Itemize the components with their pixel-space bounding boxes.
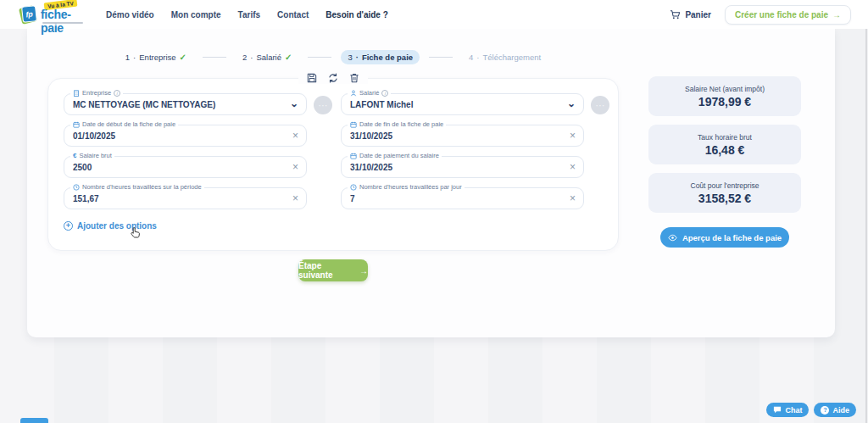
next-step-label: Étape suivante [298,261,355,280]
info-icon[interactable]: i [114,90,120,97]
scrollbar-track[interactable] [865,0,867,423]
person-icon [350,90,357,97]
cart-icon [670,9,681,20]
entreprise-value[interactable]: MC NETTOYAGE (MC NETTOYAGE) [73,100,215,109]
field-label: Date de début de la fiche de paie [70,120,178,128]
step-separator [429,57,453,58]
step-entreprise[interactable]: 1 · Entreprise ✓ [119,50,193,64]
nav-mon-compte[interactable]: Mon compte [171,10,221,19]
net-salary-label: Salaire Net (avant impôt) [685,85,765,93]
cart-button[interactable]: Panier [670,9,711,20]
field-label: Nombre d'heures travaillées par jour [348,183,465,191]
nav-tarifs[interactable]: Tarifs [238,10,261,19]
nav-contact[interactable]: Contact [277,10,309,19]
date-debut-value[interactable]: 01/10/2025 [73,131,115,141]
salarie-value[interactable]: LAFONT Michel [350,100,413,109]
chevron-down-icon[interactable]: ⌄ [567,98,576,109]
add-options-label: Ajouter des options [77,221,157,231]
step-dot: · [250,53,253,62]
check-icon: ✓ [285,53,292,62]
help-button[interactable]: ? Aide [814,403,856,417]
heures-periode-value[interactable]: 151,67 [73,194,99,203]
bottom-left-widget-tab[interactable] [20,418,48,423]
step-dot: · [476,53,479,62]
step-fiche-de-paie[interactable]: 3 · Fiche de paie [341,50,420,64]
payslip-form-card: Entreprise i MC NETTOYAGE (MC NETTOYAGE)… [47,78,619,251]
entreprise-select[interactable]: Entreprise i MC NETTOYAGE (MC NETTOYAGE)… [64,93,307,115]
logo-tagline-bar [42,22,83,24]
clear-icon[interactable]: × [292,131,298,141]
create-payslip-button[interactable]: Créer une fiche de paie → [725,5,851,25]
logo-mark: fp [21,5,37,23]
add-options-link[interactable]: + Ajouter des options [64,221,157,231]
clear-icon[interactable]: × [570,162,576,172]
step-telechargement[interactable]: 4 · Téléchargement [462,50,548,64]
mouse-cursor [131,226,141,238]
hourly-rate-value: 16,48 € [705,143,745,157]
step-dot: · [133,53,136,62]
calendar-icon [73,121,80,128]
plus-circle-icon: + [64,221,73,231]
employer-cost-value: 3158,52 € [698,192,751,205]
step-label: Téléchargement [483,53,542,62]
date-fin-field[interactable]: Date de fin de la fiche de paie 31/10/20… [341,125,584,147]
hourly-rate-card: Taux horaire brut 16,48 € [648,125,801,164]
calendar-icon [350,153,357,159]
salarie-select[interactable]: Salarié i LAFONT Michel ⌄ ⋯ [341,93,584,115]
date-paiement-value[interactable]: 31/10/2025 [350,163,392,172]
clear-icon[interactable]: × [570,131,576,141]
date-fin-value[interactable]: 31/10/2025 [350,131,392,141]
preview-payslip-button[interactable]: Aperçu de la fiche de paie [660,227,789,248]
step-label: Fiche de paie [362,53,413,62]
entreprise-more-button[interactable]: ⋯ [314,96,332,114]
nav-demo-video[interactable]: Démo vidéo [106,10,154,19]
step-separator [203,57,226,58]
heures-periode-field[interactable]: Nombre d'heures travaillées sur la pério… [64,187,307,209]
main-panel: 1 · Entreprise ✓ 2 · Salarié ✓ 3 · Fiche… [27,29,835,337]
nav-besoin-aide[interactable]: Besoin d'aide ? [326,10,388,19]
field-label: Date de fin de la fiche de paie [348,120,446,128]
salaire-brut-value[interactable]: 2500 [73,163,92,172]
step-number: 2 [242,53,247,62]
heures-jour-field[interactable]: Nombre d'heures travaillées par jour 7 × [341,187,584,209]
heures-jour-value[interactable]: 7 [350,194,355,203]
info-icon[interactable]: i [381,90,388,97]
clear-icon[interactable]: × [292,193,298,203]
step-indicator: 1 · Entreprise ✓ 2 · Salarié ✓ 3 · Fiche… [47,50,619,64]
salarie-more-button[interactable]: ⋯ [591,96,609,114]
field-label-text: Salaire brut [79,152,111,159]
field-label-text: Date de fin de la fiche de paie [359,120,443,128]
form-toolbar [298,72,368,84]
floating-help-buttons: Chat ? Aide [766,403,856,417]
clear-icon[interactable]: × [292,162,298,172]
chat-button[interactable]: Chat [766,403,809,417]
save-icon[interactable] [306,72,318,84]
chevron-down-icon[interactable]: ⌄ [290,98,298,109]
summary-panel: Salaire Net (avant impôt) 1978,99 € Taux… [648,76,801,248]
step-salarie[interactable]: 2 · Salarié ✓ [236,50,298,64]
field-label: Date de paiement du salaire [348,152,442,159]
salaire-brut-field[interactable]: € Salaire brut 2500 × [64,156,307,178]
clear-icon[interactable]: × [570,193,576,203]
help-label: Aide [832,406,849,415]
main-nav: Démo vidéo Mon compte Tarifs Contact Bes… [106,10,388,19]
form-fields: Entreprise i MC NETTOYAGE (MC NETTOYAGE)… [64,93,584,209]
employer-cost-card: Coût pour l'entreprise 3158,52 € [648,173,801,213]
date-paiement-field[interactable]: Date de paiement du salaire 31/10/2025 × [341,156,584,178]
header-actions: Panier Créer une fiche de paie → [670,0,851,29]
arrow-right-icon: → [832,10,841,19]
next-step-button[interactable]: Étape suivante → [298,259,368,281]
date-debut-field[interactable]: Date de début de la fiche de paie 01/10/… [64,125,307,147]
arrow-right-icon: → [359,266,368,276]
refresh-icon[interactable] [327,72,339,84]
chat-label: Chat [785,406,802,415]
trash-icon[interactable] [348,72,360,84]
brand-name: fiche-paie [41,8,91,35]
field-label-text: Nombre d'heures travaillées par jour [359,183,462,191]
hourly-rate-label: Taux horaire brut [698,133,752,142]
brand-logo[interactable]: Vu à la TV fp fiche-paie [10,0,91,29]
building-icon [73,90,80,97]
step-number: 3 [348,53,352,62]
clock-icon [73,184,80,191]
field-label-text: Salarié [359,89,379,97]
